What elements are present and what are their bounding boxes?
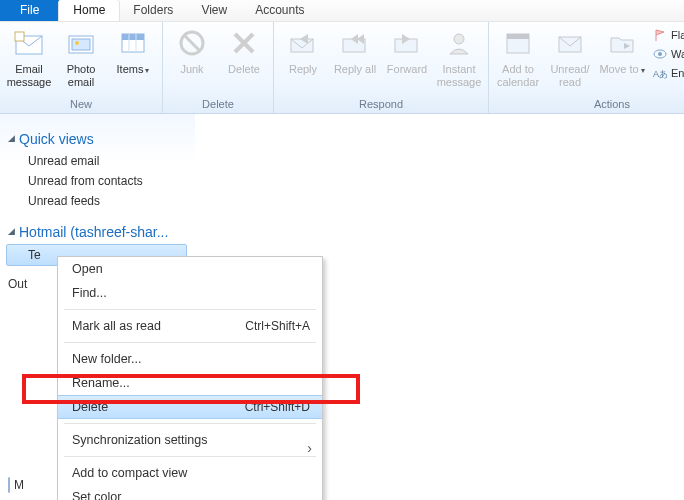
menu-new-folder-label: New folder... bbox=[72, 352, 310, 366]
photo-mail-icon bbox=[65, 27, 97, 59]
hotmail-account-title: Hotmail (tashreef-shar... bbox=[19, 224, 168, 240]
collapse-icon: ◢ bbox=[8, 133, 15, 143]
reply-label: Reply bbox=[289, 63, 317, 76]
junk-label: Junk bbox=[180, 63, 203, 76]
menu-open[interactable]: Open bbox=[58, 257, 322, 281]
reply-icon bbox=[287, 27, 319, 59]
tree-item-unread-email[interactable]: Unread email bbox=[6, 151, 189, 171]
replyall-label: Reply all bbox=[334, 63, 376, 76]
menu-open-label: Open bbox=[72, 262, 310, 276]
delete-x-icon bbox=[228, 27, 260, 59]
menu-sync-settings[interactable]: Synchronization settings bbox=[58, 428, 322, 452]
new-email-label: Email message bbox=[6, 63, 52, 88]
flag-button[interactable]: Flag bbox=[651, 27, 684, 43]
folder-context-menu: Open Find... Mark all as readCtrl+Shift+… bbox=[57, 256, 323, 500]
forward-icon bbox=[391, 27, 423, 59]
unread-read-label: Unread/ read bbox=[547, 63, 593, 88]
unread-read-button[interactable]: Unread/ read bbox=[547, 25, 593, 88]
delete-label: Delete bbox=[228, 63, 260, 76]
out-node-label: Out bbox=[8, 277, 27, 291]
ribbon-group-new: Email message Photo email Items New bbox=[0, 22, 163, 113]
add-to-calendar-label: Add to calendar bbox=[495, 63, 541, 88]
menu-find-label: Find... bbox=[72, 286, 310, 300]
menu-find[interactable]: Find... bbox=[58, 281, 322, 305]
items-icon bbox=[117, 27, 149, 59]
menu-mark-all-read[interactable]: Mark all as readCtrl+Shift+A bbox=[58, 314, 322, 338]
tab-accounts[interactable]: Accounts bbox=[241, 0, 318, 21]
group-actions-label: Actions bbox=[495, 96, 684, 113]
junk-button[interactable]: Junk bbox=[169, 25, 215, 76]
tree-item-unread-feeds[interactable]: Unread feeds bbox=[6, 191, 189, 211]
menu-separator bbox=[64, 423, 316, 424]
eye-icon bbox=[653, 47, 667, 61]
add-to-calendar-button[interactable]: Add to calendar bbox=[495, 25, 541, 88]
quick-views-header[interactable]: ◢ Quick views bbox=[6, 128, 189, 151]
delete-button[interactable]: Delete bbox=[221, 25, 267, 76]
im-icon bbox=[443, 27, 475, 59]
menu-separator bbox=[64, 342, 316, 343]
watch-button[interactable]: Watch bbox=[651, 46, 684, 62]
items-label: Items bbox=[117, 63, 150, 76]
forward-label: Forward bbox=[387, 63, 427, 76]
svg-point-16 bbox=[454, 34, 464, 44]
menu-set-color[interactable]: Set color bbox=[58, 485, 322, 500]
svg-rect-1 bbox=[15, 32, 24, 41]
items-button[interactable]: Items bbox=[110, 25, 156, 76]
menu-add-compact-label: Add to compact view bbox=[72, 466, 310, 480]
menu-mark-all-read-label: Mark all as read bbox=[72, 319, 245, 333]
junk-icon bbox=[176, 27, 208, 59]
group-delete-label: Delete bbox=[169, 96, 267, 113]
move-to-label: Move to bbox=[599, 63, 644, 76]
tab-home[interactable]: Home bbox=[59, 0, 119, 21]
mail-icon bbox=[13, 27, 45, 59]
tab-folders[interactable]: Folders bbox=[119, 0, 187, 21]
menu-tabstrip: File Home Folders View Accounts bbox=[0, 0, 684, 22]
svg-text:Aあ: Aあ bbox=[653, 69, 667, 79]
svg-rect-18 bbox=[507, 34, 529, 39]
menu-delete-shortcut: Ctrl+Shift+D bbox=[245, 400, 310, 414]
svg-rect-3 bbox=[72, 39, 90, 50]
menu-add-compact[interactable]: Add to compact view bbox=[58, 461, 322, 485]
menu-mark-all-read-shortcut: Ctrl+Shift+A bbox=[245, 319, 310, 333]
new-email-button[interactable]: Email message bbox=[6, 25, 52, 88]
encoding-button[interactable]: AあEncoding bbox=[651, 65, 684, 81]
menu-new-folder[interactable]: New folder... bbox=[58, 347, 322, 371]
ribbon-group-respond: Reply Reply all Forward Instant message … bbox=[274, 22, 489, 113]
quick-views-title: Quick views bbox=[19, 131, 94, 147]
ribbon-group-delete: Junk Delete Delete bbox=[163, 22, 274, 113]
actions-small-column: Flag Watch AあEncoding bbox=[651, 25, 684, 81]
menu-delete-label: Delete bbox=[72, 400, 245, 414]
replyall-icon bbox=[339, 27, 371, 59]
svg-point-21 bbox=[658, 52, 662, 56]
folder-move-icon bbox=[606, 27, 638, 59]
watch-label: Watch bbox=[671, 48, 684, 60]
menu-rename[interactable]: Rename... bbox=[58, 371, 322, 395]
mail-status-icon bbox=[8, 478, 10, 492]
photo-email-label: Photo email bbox=[58, 63, 104, 88]
forward-button[interactable]: Forward bbox=[384, 25, 430, 76]
hotmail-account-header[interactable]: ◢ Hotmail (tashreef-shar... bbox=[6, 221, 189, 244]
move-to-button[interactable]: Move to bbox=[599, 25, 645, 76]
calendar-icon bbox=[502, 27, 534, 59]
reply-button[interactable]: Reply bbox=[280, 25, 326, 76]
svg-line-10 bbox=[184, 35, 200, 51]
menu-separator bbox=[64, 456, 316, 457]
replyall-button[interactable]: Reply all bbox=[332, 25, 378, 76]
collapse-icon: ◢ bbox=[8, 226, 15, 236]
encoding-icon: Aあ bbox=[653, 66, 667, 80]
status-bar-item[interactable]: M bbox=[8, 478, 24, 492]
instant-message-button[interactable]: Instant message bbox=[436, 25, 482, 88]
menu-delete[interactable]: DeleteCtrl+Shift+D bbox=[58, 395, 322, 419]
photo-email-button[interactable]: Photo email bbox=[58, 25, 104, 88]
ribbon: Email message Photo email Items New bbox=[0, 22, 684, 114]
menu-sync-settings-label: Synchronization settings bbox=[72, 433, 310, 447]
encoding-label: Encoding bbox=[671, 67, 684, 79]
menu-separator bbox=[64, 309, 316, 310]
tree-item-unread-contacts[interactable]: Unread from contacts bbox=[6, 171, 189, 191]
status-label: M bbox=[14, 478, 24, 492]
flag-icon bbox=[653, 28, 667, 42]
tab-file[interactable]: File bbox=[0, 0, 59, 21]
tab-view[interactable]: View bbox=[187, 0, 241, 21]
group-respond-label: Respond bbox=[280, 96, 482, 113]
instant-message-label: Instant message bbox=[436, 63, 482, 88]
